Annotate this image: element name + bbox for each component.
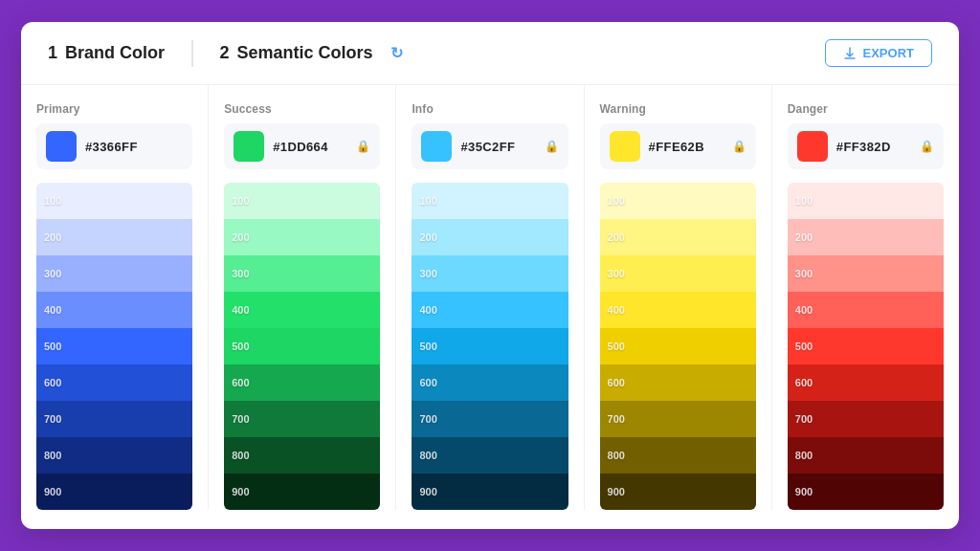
- shade-label: 800: [795, 450, 813, 461]
- card-body: Primary#3366FF10020030040050060070080090…: [21, 85, 959, 510]
- shade-row[interactable]: 200: [224, 219, 380, 255]
- shade-row[interactable]: 300: [788, 255, 944, 292]
- shade-label: 200: [608, 231, 625, 243]
- shade-row[interactable]: 100: [412, 183, 568, 219]
- shade-row[interactable]: 300: [36, 255, 192, 292]
- lock-icon-warning[interactable]: 🔒: [732, 140, 746, 153]
- shade-row[interactable]: 700: [600, 401, 756, 437]
- shade-row[interactable]: 600: [600, 364, 756, 401]
- color-column-info: Info#35C2FF🔒100200300400500600700800900: [396, 85, 584, 510]
- color-box-primary: [46, 131, 77, 162]
- shade-label: 300: [232, 268, 249, 279]
- export-button[interactable]: EXPORT: [825, 39, 932, 67]
- semantic-section-title: 2 Semantic Colors ↻: [220, 43, 403, 63]
- shade-row[interactable]: 600: [36, 364, 192, 401]
- shade-row[interactable]: 200: [600, 219, 756, 255]
- shade-row[interactable]: 300: [224, 255, 380, 292]
- shade-row[interactable]: 800: [36, 437, 192, 474]
- shade-list-success: 100200300400500600700800900: [224, 183, 380, 510]
- swatch-row-danger[interactable]: #FF382D🔒: [788, 123, 944, 169]
- shade-label: 900: [419, 486, 436, 497]
- shade-row[interactable]: 900: [600, 474, 756, 510]
- lock-icon-info[interactable]: 🔒: [545, 140, 559, 153]
- shade-row[interactable]: 200: [788, 219, 944, 255]
- shade-row[interactable]: 800: [788, 437, 944, 474]
- shade-label: 400: [232, 304, 249, 316]
- lock-icon-success[interactable]: 🔒: [356, 140, 370, 153]
- color-hex-primary: #3366FF: [85, 140, 138, 154]
- shade-row[interactable]: 700: [36, 401, 192, 437]
- shade-row[interactable]: 800: [600, 437, 756, 474]
- shade-label: 100: [232, 195, 249, 207]
- shade-row[interactable]: 200: [36, 219, 192, 255]
- export-label: EXPORT: [863, 46, 914, 60]
- brand-section-label: Brand Color: [65, 43, 165, 63]
- shade-row[interactable]: 100: [224, 183, 380, 219]
- swatch-row-warning[interactable]: #FFE62B🔒: [600, 123, 756, 169]
- shade-label: 500: [795, 341, 813, 352]
- shade-row[interactable]: 800: [412, 437, 568, 474]
- shade-row[interactable]: 600: [224, 364, 380, 401]
- color-box-warning: [610, 131, 640, 162]
- shade-row[interactable]: 700: [412, 401, 568, 437]
- shade-label: 600: [795, 377, 813, 388]
- shade-list-primary: 100200300400500600700800900: [36, 183, 192, 510]
- shade-row[interactable]: 300: [412, 255, 568, 292]
- shade-label: 700: [232, 413, 249, 425]
- shade-label: 500: [232, 341, 249, 352]
- refresh-icon[interactable]: ↻: [390, 44, 403, 62]
- shade-label: 900: [795, 486, 813, 497]
- shade-label: 700: [795, 413, 813, 425]
- shade-row[interactable]: 900: [36, 474, 192, 510]
- shade-row[interactable]: 400: [224, 292, 380, 328]
- lock-icon-danger[interactable]: 🔒: [920, 140, 934, 153]
- shade-label: 300: [419, 268, 436, 279]
- shade-row[interactable]: 700: [224, 401, 380, 437]
- color-column-primary: Primary#3366FF10020030040050060070080090…: [21, 85, 209, 510]
- shade-row[interactable]: 600: [788, 364, 944, 401]
- shade-row[interactable]: 400: [600, 292, 756, 328]
- shade-row[interactable]: 500: [224, 328, 380, 364]
- shade-label: 100: [795, 195, 813, 207]
- brand-section-title: 1 Brand Color: [48, 43, 165, 63]
- semantic-section-num: 2: [220, 43, 230, 63]
- shade-row[interactable]: 100: [788, 183, 944, 219]
- shade-list-warning: 100200300400500600700800900: [600, 183, 756, 510]
- swatch-row-success[interactable]: #1DD664🔒: [224, 123, 380, 169]
- shade-label: 800: [608, 450, 625, 461]
- col-label-primary: Primary: [36, 102, 192, 116]
- shade-row[interactable]: 100: [36, 183, 192, 219]
- shade-label: 700: [419, 413, 436, 425]
- shade-row[interactable]: 400: [36, 292, 192, 328]
- shade-row[interactable]: 400: [412, 292, 568, 328]
- shade-row[interactable]: 900: [412, 474, 568, 510]
- shade-label: 400: [608, 304, 625, 316]
- shade-row[interactable]: 500: [600, 328, 756, 364]
- color-hex-info: #35C2FF: [460, 140, 515, 154]
- swatch-row-primary[interactable]: #3366FF: [36, 123, 192, 169]
- shade-row[interactable]: 400: [788, 292, 944, 328]
- shade-row[interactable]: 900: [788, 474, 944, 510]
- col-label-warning: Warning: [600, 102, 756, 116]
- shade-row[interactable]: 900: [224, 474, 380, 510]
- shade-row[interactable]: 800: [224, 437, 380, 474]
- shade-label: 200: [419, 231, 436, 243]
- shade-row[interactable]: 700: [788, 401, 944, 437]
- shade-row[interactable]: 100: [600, 183, 756, 219]
- shade-label: 900: [608, 486, 625, 497]
- shade-row[interactable]: 200: [412, 219, 568, 255]
- shade-label: 200: [44, 231, 61, 243]
- shade-row[interactable]: 500: [36, 328, 192, 364]
- shade-label: 900: [44, 486, 61, 497]
- color-hex-success: #1DD664: [273, 140, 328, 154]
- shade-row[interactable]: 600: [412, 364, 568, 401]
- shade-label: 400: [419, 304, 436, 316]
- swatch-row-info[interactable]: #35C2FF🔒: [412, 123, 568, 169]
- col-label-danger: Danger: [788, 102, 944, 116]
- shade-row[interactable]: 500: [412, 328, 568, 364]
- brand-section-num: 1: [48, 43, 57, 63]
- col-label-success: Success: [224, 102, 380, 116]
- shade-row[interactable]: 500: [788, 328, 944, 364]
- shade-row[interactable]: 300: [600, 255, 756, 292]
- shade-label: 500: [608, 341, 625, 352]
